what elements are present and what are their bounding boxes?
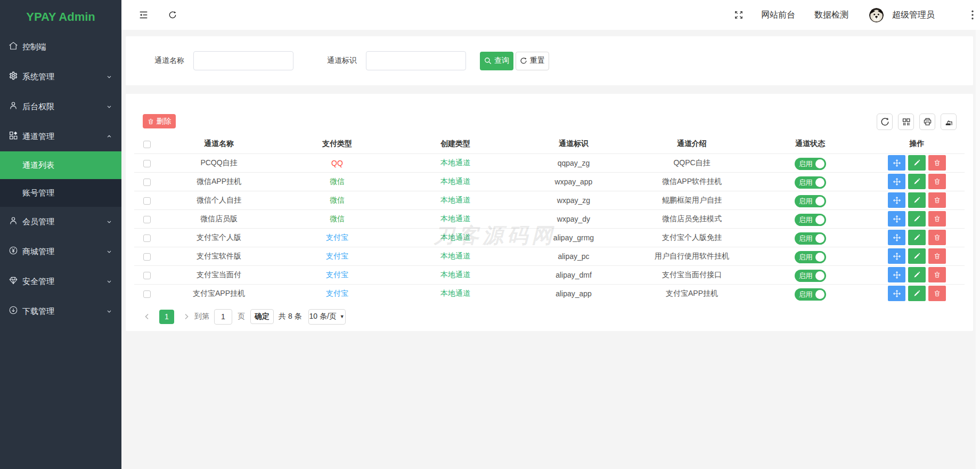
scrollbar[interactable] bbox=[976, 30, 980, 469]
status-toggle[interactable]: 启用 bbox=[795, 270, 826, 282]
move-button[interactable] bbox=[888, 174, 905, 189]
move-button[interactable] bbox=[888, 248, 905, 264]
sidebar-item-mall[interactable]: 商城管理 bbox=[0, 237, 121, 266]
row-checkbox[interactable] bbox=[143, 179, 151, 186]
edit-button[interactable] bbox=[908, 192, 926, 208]
gear-icon bbox=[9, 71, 18, 80]
row-checkbox[interactable] bbox=[143, 160, 151, 167]
table-tools bbox=[871, 114, 957, 130]
move-button[interactable] bbox=[888, 286, 905, 301]
confirm-button[interactable]: 确定 bbox=[250, 309, 274, 324]
more-dots-icon[interactable] bbox=[971, 6, 974, 23]
topbar: 网站前台 数据检测 超级管理员 bbox=[121, 0, 980, 30]
edit-button[interactable] bbox=[908, 174, 926, 189]
delete-row-button[interactable] bbox=[928, 267, 946, 282]
delete-row-button[interactable] bbox=[928, 230, 946, 245]
sidebar-item-console[interactable]: 控制端 bbox=[0, 32, 121, 62]
column-filter-icon[interactable] bbox=[898, 114, 914, 130]
sidebar-item-security[interactable]: 安全管理 bbox=[0, 266, 121, 296]
delete-row-button[interactable] bbox=[928, 155, 946, 171]
cell-create-type-link[interactable]: 本地通道 bbox=[440, 289, 470, 297]
chevron-down-icon bbox=[105, 103, 113, 110]
cell-create-type-link[interactable]: 本地通道 bbox=[440, 177, 470, 185]
status-toggle[interactable]: 启用 bbox=[795, 232, 826, 245]
delete-row-button[interactable] bbox=[928, 248, 946, 264]
move-button[interactable] bbox=[888, 192, 905, 208]
edit-button[interactable] bbox=[908, 211, 926, 227]
prev-page-icon[interactable] bbox=[143, 313, 151, 320]
status-toggle-knob bbox=[815, 197, 824, 206]
sidebar-item-member[interactable]: 会员管理 bbox=[0, 207, 121, 237]
goto-page-input[interactable] bbox=[214, 309, 232, 325]
apps-icon bbox=[9, 131, 18, 140]
search-button[interactable]: 查询 bbox=[480, 52, 513, 70]
edit-button[interactable] bbox=[908, 267, 926, 282]
user-name[interactable]: 超级管理员 bbox=[892, 10, 935, 21]
row-checkbox[interactable] bbox=[143, 290, 151, 298]
edit-button[interactable] bbox=[908, 286, 926, 301]
status-toggle[interactable]: 启用 bbox=[795, 195, 826, 207]
col-header-create-type: 创建类型 bbox=[396, 135, 514, 153]
row-actions bbox=[887, 174, 948, 189]
cell-create-type-link[interactable]: 本地通道 bbox=[440, 233, 470, 241]
row-checkbox[interactable] bbox=[143, 216, 151, 223]
chevron-down-icon bbox=[105, 308, 113, 315]
channel-code-input[interactable] bbox=[366, 51, 466, 70]
sidebar-item-permission[interactable]: 后台权限 bbox=[0, 92, 121, 122]
next-page-icon[interactable] bbox=[183, 313, 190, 320]
delete-row-button[interactable] bbox=[928, 286, 946, 301]
channel-name-input[interactable] bbox=[193, 51, 293, 70]
delete-row-button[interactable] bbox=[928, 174, 946, 189]
delete-row-button[interactable] bbox=[928, 192, 946, 208]
sidebar-item-channel[interactable]: 通道管理 bbox=[0, 122, 121, 151]
cell-create-type-link[interactable]: 本地通道 bbox=[440, 252, 470, 260]
move-button[interactable] bbox=[888, 155, 905, 171]
page-size-select[interactable]: 10 条/页 ▼ bbox=[308, 309, 346, 325]
row-checkbox[interactable] bbox=[143, 234, 151, 242]
status-toggle[interactable]: 启用 bbox=[795, 158, 826, 170]
sidebar-item-account-manage[interactable]: 账号管理 bbox=[0, 179, 121, 207]
site-front-link[interactable]: 网站前台 bbox=[761, 10, 795, 21]
sidebar-item-label: 通道列表 bbox=[22, 160, 54, 171]
sidebar-item-channel-list[interactable]: 通道列表 bbox=[0, 151, 121, 179]
cell-create-type-link[interactable]: 本地通道 bbox=[440, 158, 470, 167]
sidebar-item-download[interactable]: 下载管理 bbox=[0, 296, 121, 326]
edit-button[interactable] bbox=[908, 155, 926, 171]
status-toggle[interactable]: 启用 bbox=[795, 288, 826, 301]
status-toggle[interactable]: 启用 bbox=[795, 251, 826, 263]
cell-create-type-link[interactable]: 本地通道 bbox=[440, 214, 470, 223]
data-check-link[interactable]: 数据检测 bbox=[814, 10, 848, 21]
row-checkbox[interactable] bbox=[143, 253, 151, 261]
cell-channel-name: 微信APP挂机 bbox=[160, 172, 278, 191]
table-row: PCQQ自挂 QQ 本地通道 qqpay_zg QQPC自挂 启用 bbox=[134, 153, 965, 172]
cell-create-type-link[interactable]: 本地通道 bbox=[440, 196, 470, 204]
fullscreen-icon[interactable] bbox=[734, 6, 744, 23]
cell-channel-desc: 鲲鹏框架用户自挂 bbox=[633, 191, 751, 209]
row-checkbox[interactable] bbox=[143, 197, 151, 205]
refresh-icon[interactable] bbox=[164, 6, 181, 23]
status-toggle[interactable]: 启用 bbox=[795, 176, 826, 189]
reset-button[interactable]: 重置 bbox=[516, 52, 549, 70]
move-button[interactable] bbox=[888, 211, 905, 227]
select-all-checkbox[interactable] bbox=[143, 141, 151, 148]
delete-row-button[interactable] bbox=[928, 211, 946, 227]
export-icon[interactable] bbox=[941, 114, 957, 130]
sidebar-collapse-icon[interactable] bbox=[135, 6, 152, 23]
status-toggle-label: 启用 bbox=[799, 234, 813, 244]
row-checkbox[interactable] bbox=[143, 272, 151, 279]
delete-button[interactable]: 删除 bbox=[143, 114, 176, 128]
reset-button-label: 重置 bbox=[530, 56, 545, 66]
sidebar-item-system[interactable]: 系统管理 bbox=[0, 62, 121, 92]
move-button[interactable] bbox=[888, 267, 905, 282]
edit-button[interactable] bbox=[908, 248, 926, 264]
edit-button[interactable] bbox=[908, 230, 926, 245]
print-icon[interactable] bbox=[919, 114, 935, 130]
table-refresh-icon[interactable] bbox=[877, 114, 893, 130]
page-number-button[interactable]: 1 bbox=[159, 310, 174, 324]
status-toggle-knob bbox=[815, 290, 824, 299]
avatar[interactable] bbox=[869, 8, 884, 22]
move-button[interactable] bbox=[888, 230, 905, 245]
status-toggle[interactable]: 启用 bbox=[795, 214, 826, 226]
cell-create-type-link[interactable]: 本地通道 bbox=[440, 270, 470, 279]
page-size-label: 10 条/页 bbox=[309, 312, 336, 321]
